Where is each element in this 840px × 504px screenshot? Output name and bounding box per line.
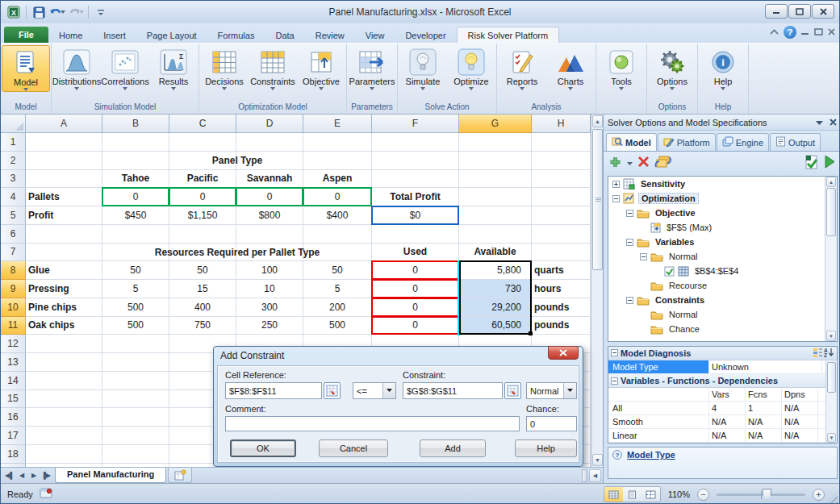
cell-B18[interactable] [102,445,169,464]
cell-C2[interactable] [169,152,236,170]
cell-G6[interactable] [459,225,532,244]
cell-A1[interactable] [26,133,102,152]
cell-B8[interactable]: 50 [102,261,169,280]
constraints-button[interactable]: Constraints [249,45,297,90]
cell-A4[interactable]: Pallets [26,188,102,206]
cell-C1[interactable] [169,133,236,152]
cell-A3[interactable] [26,170,102,189]
help-icon[interactable]: ? [784,26,796,39]
row-header-12[interactable]: 12 [1,335,26,353]
row-header-9[interactable]: 9 [1,280,26,298]
cell-H8[interactable]: quarts [532,261,591,280]
add-button[interactable]: Add [420,439,486,457]
cell-C5[interactable]: $1,150 [169,206,236,225]
cell-B15[interactable] [102,390,169,409]
hscroll-left-icon[interactable]: ◀ [589,469,601,482]
cell-B5[interactable]: $450 [102,206,169,225]
column-header-C[interactable]: C [169,115,236,133]
cell-A5[interactable]: Profit [26,206,102,225]
cell-D5[interactable]: $800 [236,206,303,225]
cell-B14[interactable] [102,372,169,390]
tree-item-optimization[interactable]: Optimization [608,191,837,206]
cell-H10[interactable]: pounds [532,298,591,317]
cell-F5[interactable]: $0 [372,206,459,225]
ok-button[interactable]: OK [230,439,296,457]
cell-B3[interactable]: Tahoe [102,170,169,189]
cell-C8[interactable]: 50 [169,261,236,280]
tree-item-chance[interactable]: Chance [608,322,837,336]
cell-E6[interactable] [303,225,372,244]
sheet-tab-panel-manufacturing[interactable]: Panel Manufacturing [55,468,166,483]
row-header-3[interactable]: 3 [1,170,26,189]
checkbox-checked-icon[interactable] [664,266,675,277]
chance-input[interactable]: 0 [526,416,577,431]
restore-button[interactable] [788,4,811,19]
pane-close-icon[interactable] [830,118,837,127]
cell-D8[interactable]: 100 [236,261,303,280]
undo-icon[interactable] [49,4,65,20]
simulate-button[interactable]: Simulate [399,45,447,90]
cell-B7[interactable] [102,244,169,262]
tools-button[interactable]: Tools [597,45,646,90]
tree-item-constraints[interactable]: Constraints [608,293,837,307]
collapse-icon[interactable] [626,239,633,246]
zoom-slider[interactable] [717,494,805,496]
diagnosis-scrollbar[interactable]: ▼ [825,360,837,443]
cell-G10[interactable]: 29,200 [459,298,532,317]
cell-F7[interactable]: Used [372,244,459,262]
model-button[interactable]: Model [2,45,50,92]
collapse-icon[interactable] [626,297,633,304]
cell-F2[interactable] [372,152,459,170]
parameters-button[interactable]: Parameters [348,45,396,90]
cell-E8[interactable]: 50 [303,261,372,280]
collapse-icon[interactable] [612,195,620,202]
cell-B11[interactable]: 500 [102,317,169,335]
page-layout-view-icon[interactable] [623,487,641,502]
ribbon-tab-home[interactable]: Home [48,27,93,43]
cell-A10[interactable]: Pine chips [26,298,102,317]
cell-A16[interactable] [26,408,102,427]
tree-item-recourse[interactable]: Recourse [608,278,837,293]
row-header-5[interactable]: 5 [1,206,26,225]
cell-F10[interactable]: 0 [372,298,459,317]
cell-G7[interactable]: Available [459,244,532,262]
cell-B2[interactable] [102,152,169,170]
cell-A11[interactable]: Oak chips [26,317,102,335]
cell-A13[interactable] [26,353,102,372]
cell-F6[interactable] [372,225,459,244]
cell-E2[interactable] [303,152,372,170]
cell-C6[interactable] [169,225,236,244]
collapse-ribbon-icon[interactable] [770,28,779,37]
ribbon-tab-insert[interactable]: Insert [93,27,136,43]
zoom-slider-thumb[interactable] [763,489,771,500]
cell-D3[interactable]: Savannah [236,170,303,189]
cell-H2[interactable] [532,152,591,170]
cell-H6[interactable] [532,225,591,244]
redo-icon[interactable] [68,4,84,20]
collapse-icon[interactable] [626,210,633,217]
tree-item--f-5-max-[interactable]: $F$5 (Max) [608,220,837,235]
next-sheet-icon[interactable]: ▶ [28,472,40,479]
cell-E4[interactable]: 0 [303,188,372,206]
tree-item-objective[interactable]: Objective [608,206,837,220]
dialog-close-icon[interactable] [548,346,579,360]
correlations-button[interactable]: Correlations [101,45,149,90]
first-sheet-icon[interactable]: ◀▌ [4,472,15,479]
cell-E9[interactable]: 5 [303,280,372,298]
cell-E7[interactable] [303,244,372,262]
qat-customize-icon[interactable] [93,4,109,20]
column-header-A[interactable]: A [26,115,102,133]
last-sheet-icon[interactable]: ▐▶ [40,472,52,479]
help-button[interactable]: Help [515,439,577,457]
cell-C3[interactable]: Pacific [169,170,236,189]
cell-A6[interactable] [26,225,102,244]
row-header-16[interactable]: 16 [1,408,26,427]
column-header-B[interactable]: B [102,115,169,133]
column-header-E[interactable]: E [303,115,372,133]
cell-F3[interactable] [372,170,459,189]
cell-H1[interactable] [532,133,591,152]
cell-A7[interactable] [26,244,102,262]
pane-menu-icon[interactable] [816,118,823,127]
cell-B16[interactable] [102,408,169,427]
scroll-down-icon[interactable]: ▼ [592,454,603,466]
